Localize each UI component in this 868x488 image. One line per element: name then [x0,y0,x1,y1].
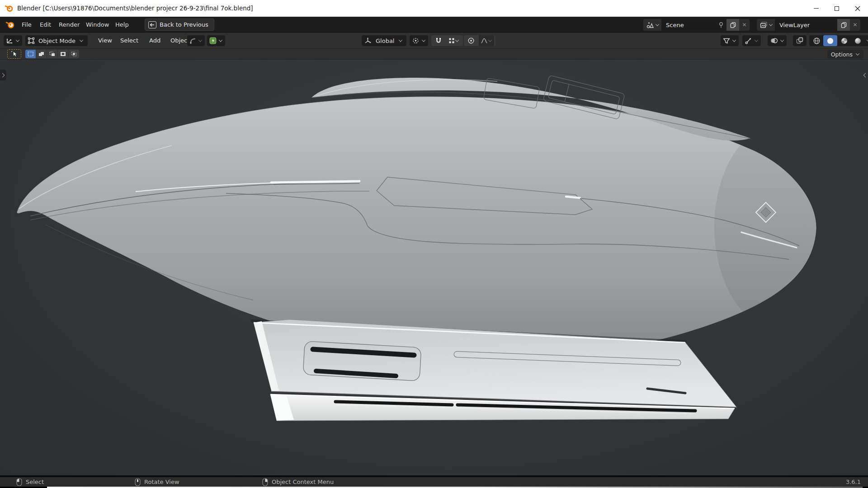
new-scene-button[interactable] [726,19,739,31]
material-sphere-icon [840,37,848,45]
snap-with-dropdown[interactable] [446,35,462,46]
close-x-icon: ✕ [742,22,746,28]
options-label: Options [831,51,853,58]
chevron-down-icon [16,38,19,42]
active-tool-select-box[interactable] [7,49,21,59]
remove-view-layer-button[interactable]: ✕ [850,19,860,31]
status-hint-rotate-view: Rotate View [135,477,179,487]
overlays-dropdown[interactable] [768,35,787,46]
viewport-header: Object Mode View Select Add Object [0,33,868,49]
orientation-axes-icon [364,37,372,44]
overlays-icon [770,37,778,44]
select-mode-set[interactable] [25,50,36,58]
unlink-scene-button[interactable]: ✕ [739,19,750,31]
select-intersect-icon [71,52,77,56]
rendered-sphere-icon [854,37,862,45]
window-titlebar: Blender [C:\Users\91876\Documents\blende… [0,0,868,17]
select-cursor-icon [11,51,18,57]
sidebar-expand-tab[interactable] [862,70,868,80]
wireframe-sphere-icon [813,37,821,45]
duplicate-icon [730,21,736,28]
chevron-right-icon [0,73,5,77]
status-bar: Select Rotate View Object Context Menu 3… [0,477,868,487]
proportional-edit-toggle[interactable] [465,35,477,46]
pivot-point-icon [412,37,420,44]
shading-material-button[interactable] [837,35,851,46]
select-extend-icon [38,52,44,56]
hull [17,75,850,356]
menu-select[interactable]: Select [117,33,142,48]
3d-viewport-icon [6,37,14,44]
snap-toggle[interactable] [433,35,444,46]
middle-mouse-icon [135,478,141,486]
back-to-previous-button[interactable]: Back to Previous [145,19,214,31]
browse-view-layer-button[interactable] [757,19,775,31]
menu-file[interactable]: File [19,17,34,33]
browse-scene-button[interactable] [643,19,661,31]
chevron-down-icon [455,38,459,42]
orientation-label: Global [373,38,396,44]
minimize-icon [814,8,819,9]
blender-version: 3.6.1 [846,477,861,487]
blender-window: Blender [C:\Users\91876\Documents\blende… [0,0,868,488]
pivot-point-dropdown[interactable] [410,35,428,46]
select-subtract-icon [49,52,55,56]
mode-label: Object Mode [37,38,77,44]
chevron-down-icon [399,38,402,42]
topbar: File Edit Render Window Help Back to Pre… [0,17,868,33]
shading-solid-button[interactable] [823,35,837,46]
spaceship-model[interactable] [0,60,868,475]
3d-viewport[interactable] [0,60,868,475]
status-hint-label: Rotate View [144,479,179,485]
transform-orientation-dropdown[interactable]: Global [362,35,406,46]
curve-handle-icon [189,38,196,44]
select-mode-subtract[interactable] [47,50,57,58]
xray-toggle[interactable] [793,35,807,46]
falloff-dropdown[interactable] [479,35,494,46]
chevron-down-icon [656,22,659,26]
chevron-down-icon [422,38,425,42]
gizmo-extra-dropdown[interactable] [187,35,205,46]
mode-dropdown[interactable]: Object Mode [25,35,88,46]
shading-options-dropdown[interactable] [864,35,868,46]
maximize-button[interactable] [826,0,847,17]
chevron-down-icon [780,38,784,42]
pin-icon [718,22,724,28]
close-button[interactable] [847,0,868,17]
minimize-button[interactable] [806,0,826,17]
toolbar-expand-tab[interactable] [0,70,6,80]
menu-add[interactable]: Add [146,33,164,48]
right-mouse-icon [262,478,268,486]
menu-view[interactable]: View [95,33,115,48]
chevron-down-icon [856,52,859,55]
pin-scene-button[interactable] [716,19,726,31]
editor-type-dropdown[interactable] [4,35,22,46]
shading-rendered-button[interactable] [851,35,864,46]
chevron-down-icon [80,38,83,42]
tool-options-dropdown[interactable]: Options [827,50,863,59]
status-hint-select: Select [16,477,44,487]
menu-edit[interactable]: Edit [37,17,54,33]
back-to-previous-label: Back to Previous [160,21,208,28]
window-title: Blender [C:\Users\91876\Documents\blende… [17,0,253,17]
chevron-down-icon [769,22,773,26]
select-mode-extend[interactable] [36,50,47,58]
select-mode-group [25,50,79,58]
menu-help[interactable]: Help [113,17,132,33]
scene-name-field[interactable]: Scene [661,19,716,31]
menu-render[interactable]: Render [56,17,82,33]
active-tool-highlight-dropdown[interactable] [207,35,225,46]
new-view-layer-button[interactable] [837,19,850,31]
select-mode-invert[interactable] [58,50,68,58]
scene-icon [646,21,654,29]
view-layer-name-field[interactable]: ViewLayer [775,19,837,31]
snap-increment-icon [448,38,455,44]
gizmos-dropdown[interactable] [742,35,761,46]
blender-app-icon[interactable] [5,20,15,29]
close-icon [855,6,860,11]
shading-wireframe-button[interactable] [810,35,823,46]
object-type-visibility-dropdown[interactable] [721,35,739,46]
select-mode-intersect[interactable] [69,50,79,58]
menu-window[interactable]: Window [83,17,112,33]
back-arrow-icon [148,21,156,28]
